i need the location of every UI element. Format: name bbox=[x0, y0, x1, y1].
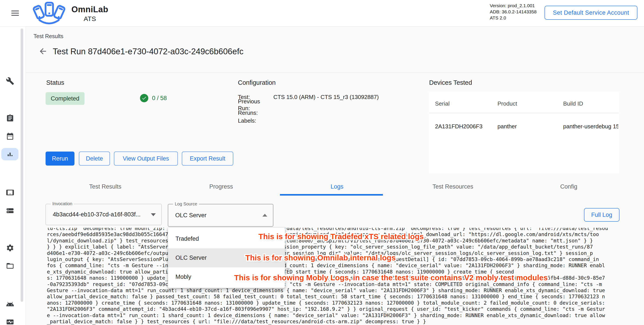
invocation-value: 4b3acd44-eb10-37cd-a16f-803f... bbox=[53, 204, 141, 225]
device-activity-icon[interactable] bbox=[6, 318, 14, 325]
brand-name: OmniLab bbox=[72, 5, 108, 14]
page-title: Test Run 87d406e1-e730-4072-a03c-249c6b6… bbox=[53, 47, 243, 56]
devices-table: Serial Product Build ID 2A131FDH2006F3 p… bbox=[429, 92, 619, 174]
gear-icon[interactable] bbox=[6, 244, 14, 252]
tablet-icon[interactable] bbox=[6, 188, 14, 197]
column-product: Product bbox=[498, 100, 561, 107]
log-source-select[interactable]: Log Source OLC Server bbox=[168, 204, 273, 227]
configuration-row: Reruns: bbox=[238, 109, 426, 117]
invocation-select[interactable]: Invocation 4b3acd44-eb10-37cd-a16f-803f.… bbox=[46, 204, 162, 225]
full-log-button[interactable]: Full Log bbox=[584, 208, 620, 222]
configuration-rows: Test: CTS 15.0 (ARM) - CTS 15_r3 (130928… bbox=[238, 93, 426, 124]
view-output-files-button[interactable]: View Output Files bbox=[114, 152, 178, 166]
column-serial: Serial bbox=[435, 100, 496, 107]
delete-button[interactable]: Delete bbox=[79, 152, 110, 166]
content-scrollbar-left[interactable] bbox=[20, 28, 23, 302]
devices-tested-heading: Devices Tested bbox=[429, 79, 472, 86]
tab[interactable]: Logs bbox=[279, 180, 395, 194]
menu-icon[interactable] bbox=[12, 9, 19, 17]
device-serial: 2A131FDH2006F3 bbox=[435, 123, 496, 130]
log-line: Gesture --invocation-data mtt=1" run_cou… bbox=[47, 287, 630, 294]
failed-total-count: 0 / 58 bbox=[152, 95, 167, 102]
device-product: panther bbox=[498, 123, 561, 130]
app-header: OmniLab ATS Version: prod_2.1.001ADB: 36… bbox=[0, 0, 644, 26]
tab-label: Test Resources bbox=[432, 183, 473, 190]
set-default-service-account-button[interactable]: Set Default Service Account bbox=[544, 6, 638, 20]
configuration-row: Labels: bbox=[238, 117, 426, 124]
log-line: "2A131FDH2006F3" command_attempt_id: "4b… bbox=[47, 306, 630, 312]
chevron-up-icon bbox=[262, 214, 267, 216]
active-tab-underline bbox=[280, 194, 383, 196]
omnilab-ats-app: OmniLab ATS Version: prod_2.1.001ADB: 36… bbox=[0, 0, 644, 325]
storage-icon[interactable] bbox=[6, 206, 14, 215]
version-info: Version: prod_2.1.001ADB: 36.0.2-1414335… bbox=[490, 3, 537, 21]
annotation-olc-server: This is for showing Omnilab internal log… bbox=[245, 254, 396, 262]
android-icon[interactable] bbox=[6, 300, 14, 308]
annotation-tradefed: This is for showing Tradefed xTS related… bbox=[258, 232, 424, 241]
tab-label: Config bbox=[560, 183, 577, 190]
tab[interactable]: Progress bbox=[163, 180, 279, 194]
omnilab-logo-icon bbox=[29, 1, 69, 27]
log-line: anos: 127000000 } create_time { seconds:… bbox=[47, 300, 630, 306]
log-line: e --invocation-data mtt=1" run_count: 1 … bbox=[47, 312, 630, 318]
config-label: Reruns: bbox=[238, 110, 273, 116]
tab-label: Progress bbox=[209, 183, 233, 190]
config-value: CTS 15.0 (ARM) - CTS 15_r3 (13092887) bbox=[273, 94, 426, 100]
log-source-option-label: OLC Server bbox=[176, 254, 207, 261]
log-source-option-label: Tradefed bbox=[176, 236, 199, 242]
tab-label: Logs bbox=[330, 183, 344, 190]
bar-chart-icon[interactable] bbox=[6, 150, 14, 158]
tab[interactable]: Config bbox=[511, 180, 627, 194]
status-badge: Completed bbox=[46, 92, 84, 105]
configuration-heading: Configuration bbox=[238, 79, 276, 86]
wrench-icon[interactable] bbox=[6, 77, 14, 85]
version-line: Version: prod_2.1.001 bbox=[490, 3, 537, 9]
main-content: Test Results Test Run 87d406e1-e730-4072… bbox=[26, 26, 644, 325]
folder-icon[interactable] bbox=[6, 262, 14, 270]
log-line: ld-cts.zip" decompress: true mount_zip: … bbox=[47, 228, 630, 231]
annotation-mobly: This is for showing Mobly Logs, in case … bbox=[234, 273, 548, 282]
tab-bar: Test Results Progress Logs Test Resource… bbox=[47, 180, 627, 194]
status-heading: Status bbox=[46, 79, 64, 86]
export-result-button[interactable]: Export Result bbox=[182, 152, 233, 166]
back-arrow-icon[interactable] bbox=[38, 47, 48, 56]
configuration-row: Previous Run: bbox=[238, 101, 426, 109]
breadcrumb: Test Results bbox=[34, 33, 63, 40]
devices-table-header: Serial Product Build ID bbox=[429, 92, 619, 113]
log-line: fos { command_line: "cts -m Gesture --in… bbox=[47, 262, 630, 268]
column-build-id: Build ID bbox=[563, 100, 618, 107]
version-line: ADB: 36.0.2-14143358 bbox=[490, 9, 537, 15]
rerun-button[interactable]: Rerun bbox=[46, 152, 74, 166]
clipboard-icon[interactable] bbox=[6, 114, 14, 122]
brand-text: OmniLab ATS bbox=[72, 5, 108, 22]
log-line: } } } explicit_label { label: "AtsServer… bbox=[47, 244, 630, 250]
version-line: ATS 2.0 bbox=[490, 15, 537, 21]
calendar-icon[interactable] bbox=[6, 132, 14, 140]
log-line: allow_partial_device_match: false } pass… bbox=[47, 294, 630, 300]
device-build-id: panther-userdebug 15 bbox=[563, 123, 618, 130]
log-source-option-label: Mobly bbox=[176, 274, 191, 280]
tab[interactable]: Test Resources bbox=[395, 180, 511, 194]
log-line: _partial_device_match: false } } test_re… bbox=[47, 318, 630, 324]
config-label: Labels: bbox=[238, 118, 273, 124]
tab-label: Test Results bbox=[89, 183, 121, 190]
tab[interactable]: Test Results bbox=[47, 180, 163, 194]
chevron-down-icon bbox=[151, 213, 156, 216]
check-circle-icon bbox=[140, 94, 148, 102]
log-source-value: OLC Server bbox=[175, 204, 206, 226]
title-divider bbox=[26, 72, 644, 72]
brand-subtitle: ATS bbox=[72, 15, 108, 22]
